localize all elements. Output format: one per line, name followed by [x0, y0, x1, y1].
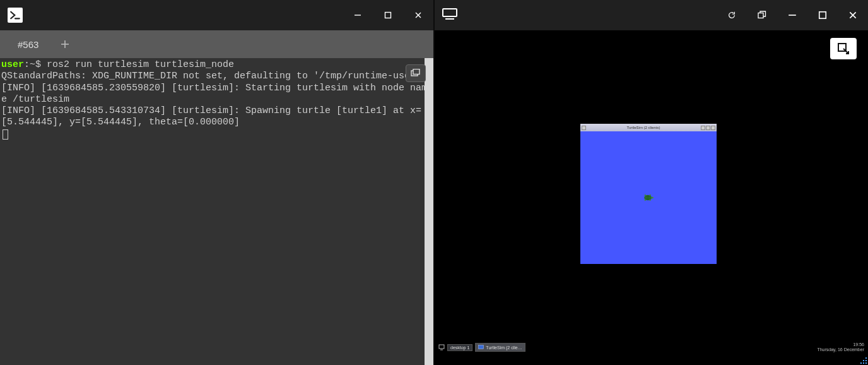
turtlesim-min-icon[interactable]: [701, 126, 705, 130]
vnc-pane: TurtleSim (2 clients): [435, 0, 868, 365]
taskbar-task-turtlesim[interactable]: TurtleSim (2 clie…: [475, 343, 525, 352]
terminal-titlebar[interactable]: [0, 0, 433, 30]
terminal-output[interactable]: user:~$ ros2 run turtlesim turtlesim_nod…: [0, 58, 433, 365]
vnc-close-button[interactable]: [838, 0, 868, 30]
taskbar-desktop-switcher[interactable]: desktop 1: [447, 344, 472, 351]
taskbar-clock[interactable]: 19:56 Thursday, 16 December: [817, 342, 864, 352]
terminal-tab[interactable]: #563: [5, 34, 51, 55]
svg-rect-7: [413, 69, 419, 75]
turtlesim-title: TurtleSim (2 clients): [586, 126, 701, 129]
svg-rect-8: [758, 13, 763, 18]
prompt-user: user: [1, 59, 24, 70]
vnc-app-icon: [442, 8, 457, 22]
turtlesim-titlebar[interactable]: TurtleSim (2 clients): [580, 124, 717, 131]
remote-taskbar: desktop 1 TurtleSim (2 clie… 19:56 Thurs…: [435, 342, 868, 352]
terminal-popup-button[interactable]: [406, 64, 426, 82]
terminal-line: [INFO] [1639684585.543310734] [turtlesim…: [1, 105, 421, 128]
terminal-text: user:~$ ros2 run turtlesim turtlesim_nod…: [0, 59, 433, 140]
turtlesim-max-icon[interactable]: [706, 126, 710, 130]
turtlesim-canvas[interactable]: [580, 131, 717, 264]
svg-point-19: [649, 200, 651, 201]
terminal-line: QStandardPaths: XDG_RUNTIME_DIR not set,…: [1, 71, 421, 81]
terminal-line: [INFO] [1639684585.230559820] [turtlesim…: [1, 83, 427, 105]
svg-point-15: [651, 196, 654, 198]
taskbar-task-label: TurtleSim (2 clie…: [486, 345, 522, 350]
prompt-command: ros2 run turtlesim turtlesim_node: [47, 59, 234, 70]
taskbar-clock-time: 19:56: [817, 342, 864, 347]
vnc-titlebar[interactable]: [435, 0, 868, 30]
terminal-window-controls: [343, 0, 433, 30]
taskbar-clock-date: Thursday, 16 December: [817, 347, 864, 352]
resize-handle-icon[interactable]: [859, 356, 868, 365]
turtlesim-sysmenu-icon[interactable]: [582, 126, 586, 130]
taskbar-menu-icon[interactable]: [438, 344, 445, 350]
svg-rect-20: [439, 345, 444, 349]
svg-point-17: [644, 200, 646, 201]
svg-rect-1: [385, 13, 391, 18]
vnc-maximize-button[interactable]: [807, 0, 838, 30]
close-button[interactable]: [403, 0, 433, 30]
minimize-button[interactable]: [343, 0, 373, 30]
prompt-sep: :~$: [24, 59, 47, 70]
vnc-restore-button[interactable]: [747, 0, 777, 30]
vnc-refresh-button[interactable]: [717, 0, 747, 30]
maximize-button[interactable]: [373, 0, 403, 30]
terminal-tabbar: #563: [0, 30, 433, 58]
terminal-cursor: [3, 129, 8, 140]
terminal-app-icon: [8, 8, 23, 23]
vnc-window-controls: [717, 0, 868, 30]
turtlesim-close-icon[interactable]: [711, 126, 715, 130]
vnc-minimize-button[interactable]: [777, 0, 807, 30]
vnc-viewport[interactable]: TurtleSim (2 clients): [435, 30, 868, 365]
taskbar-task-icon: [478, 344, 484, 350]
svg-rect-22: [479, 345, 484, 349]
terminal-pane: #563 user:~$ ros2 run turtlesim turtlesi…: [0, 0, 433, 365]
terminal-scrollbar[interactable]: [425, 58, 433, 365]
vnc-expand-button[interactable]: [830, 38, 857, 59]
svg-point-16: [644, 194, 646, 196]
turtle-icon: [643, 194, 654, 201]
turtlesim-window[interactable]: TurtleSim (2 clients): [580, 124, 717, 264]
svg-point-18: [649, 194, 651, 196]
svg-rect-10: [819, 12, 826, 19]
new-tab-button[interactable]: [54, 33, 76, 56]
